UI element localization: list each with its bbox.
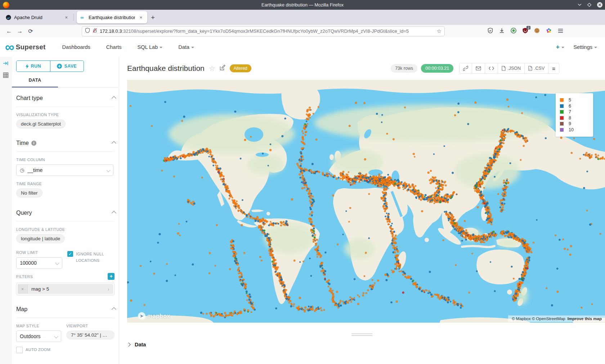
altered-badge[interactable]: Altered bbox=[230, 64, 251, 72]
legend-label: 5 bbox=[569, 97, 571, 103]
viewport-value[interactable]: 7° 35' 54.02" | 31... bbox=[66, 331, 115, 340]
map-attribution[interactable]: © Mapbox © OpenStreetMapImprove this map bbox=[508, 315, 605, 322]
svg-text:x: x bbox=[529, 68, 530, 70]
legend-label: 7 bbox=[569, 109, 571, 114]
nav-item-data[interactable]: Data bbox=[178, 44, 194, 50]
reload-button[interactable]: ⟳ bbox=[25, 28, 36, 35]
map-style-label: MAP STYLE bbox=[16, 324, 61, 328]
nav-item-sql-lab[interactable]: SQL Lab bbox=[138, 44, 163, 50]
legend-swatch bbox=[560, 110, 564, 114]
tab-data[interactable]: DATA bbox=[12, 78, 58, 87]
row-limit-select[interactable]: 100000 bbox=[16, 257, 62, 269]
new-item-button[interactable]: + bbox=[556, 44, 564, 51]
run-button[interactable]: RUN bbox=[17, 61, 50, 72]
add-filter-button[interactable]: + bbox=[108, 273, 115, 280]
expand-filter-icon[interactable]: › bbox=[104, 286, 113, 292]
resize-handle[interactable] bbox=[351, 332, 372, 337]
row-limit-label: ROW LIMIT bbox=[16, 250, 62, 255]
svg-text:∞: ∞ bbox=[80, 15, 84, 20]
minimize-icon[interactable] bbox=[577, 3, 582, 7]
chart-area: Earthquake distribution ☆ Altered 73k ro… bbox=[119, 57, 605, 364]
pinwheel-extension-icon[interactable] bbox=[546, 28, 552, 35]
collapse-panel-icon[interactable] bbox=[3, 61, 12, 67]
nav-item-charts[interactable]: Charts bbox=[106, 44, 122, 50]
insecure-lock-icon[interactable] bbox=[93, 28, 97, 35]
section-chart-type[interactable]: Chart type bbox=[16, 90, 115, 106]
legend-label: 8 bbox=[569, 115, 571, 120]
browser-toolbar: ← → ⟳ 172.18.0.3:32108/superset/explore/… bbox=[0, 25, 605, 38]
cookie-extension-icon[interactable] bbox=[534, 28, 540, 35]
viz-type-value[interactable]: deck.gl Scatterplot bbox=[16, 119, 66, 128]
section-time[interactable]: Timei bbox=[16, 135, 115, 151]
menu-icon[interactable] bbox=[558, 28, 563, 35]
tab-close-icon[interactable]: × bbox=[63, 14, 69, 21]
section-point-size[interactable]: Point Size bbox=[16, 360, 115, 364]
info-icon: i bbox=[31, 141, 36, 146]
embed-code-button[interactable] bbox=[485, 63, 498, 73]
improve-map-link[interactable]: Improve this map bbox=[568, 317, 602, 321]
filter-text: mag > 5 bbox=[28, 286, 104, 292]
settings-menu[interactable]: Settings bbox=[574, 44, 597, 50]
panel-tabs: DATA bbox=[12, 78, 119, 88]
time-range-value[interactable]: No filter bbox=[16, 188, 42, 197]
filter-chip[interactable]: × mag > 5 › bbox=[18, 284, 113, 294]
map-legend: 5678910 bbox=[556, 93, 593, 137]
lightning-icon bbox=[26, 64, 29, 69]
nav-item-dashboards[interactable]: Dashboards bbox=[62, 44, 90, 50]
auto-zoom-label: AUTO ZOOM bbox=[26, 347, 50, 353]
legend-swatch bbox=[560, 98, 564, 102]
time-column-select[interactable]: ◷ __time bbox=[16, 164, 113, 176]
deckgl-scatter-map[interactable]: 5678910 ➤ mapbox © Mapbox © OpenStreetMa… bbox=[127, 80, 605, 323]
auto-zoom-checkbox[interactable] bbox=[16, 347, 23, 353]
url-text[interactable]: 172.18.0.3:32108/superset/explore/?form_… bbox=[100, 28, 434, 34]
export-csv-button[interactable]: x .CSV bbox=[525, 63, 548, 73]
clock-icon: ◷ bbox=[20, 167, 24, 173]
privacy-extension-icon[interactable] bbox=[511, 28, 516, 35]
filters-label: FILTERS bbox=[16, 274, 33, 279]
ignore-null-checkbox[interactable]: ✓ bbox=[67, 251, 73, 257]
close-icon[interactable] bbox=[597, 2, 603, 8]
bookmark-star-icon[interactable]: ☆ bbox=[437, 28, 442, 35]
url-bar[interactable]: 172.18.0.3:32108/superset/explore/?form_… bbox=[82, 27, 444, 36]
mapbox-logo[interactable]: ➤ mapbox bbox=[138, 312, 170, 320]
favorite-star-icon[interactable]: ☆ bbox=[209, 64, 215, 73]
viewport-label: VIEWPORT bbox=[66, 324, 115, 328]
downloads-icon[interactable] bbox=[499, 28, 505, 35]
shield-icon[interactable] bbox=[85, 28, 90, 35]
ignore-null-label: IGNORE NULL LOCATIONS bbox=[76, 251, 111, 269]
save-button[interactable]: SAVE bbox=[50, 61, 84, 72]
section-map[interactable]: Map bbox=[16, 301, 115, 318]
chevron-down-icon bbox=[55, 261, 59, 265]
tab-separator bbox=[73, 14, 74, 21]
chevron-up-icon bbox=[112, 141, 116, 146]
chart-menu-button[interactable]: ≡ bbox=[548, 63, 559, 73]
chevron-up-icon bbox=[112, 307, 116, 312]
legend-swatch bbox=[560, 116, 564, 120]
datasource-grid-icon[interactable] bbox=[3, 72, 12, 79]
protections-shield-icon[interactable] bbox=[488, 28, 493, 35]
ublock-icon[interactable]: 2 bbox=[523, 28, 528, 35]
tab-apache-druid[interactable]: Apache Druid × bbox=[2, 11, 73, 23]
legend-entry: 9 bbox=[560, 121, 589, 127]
export-json-button[interactable]: .JSON bbox=[498, 63, 525, 73]
tab-close-icon[interactable]: × bbox=[138, 14, 144, 21]
data-panel-toggle[interactable]: Data bbox=[127, 342, 146, 347]
superset-logo[interactable]: ∞ Superset bbox=[5, 42, 46, 53]
edit-properties-icon[interactable] bbox=[220, 65, 225, 72]
section-query[interactable]: Query bbox=[16, 205, 115, 221]
map-style-select[interactable]: Outdoors bbox=[16, 331, 61, 342]
remove-filter-icon[interactable]: × bbox=[18, 284, 28, 294]
lonlat-value[interactable]: longitude | latitude bbox=[16, 234, 65, 243]
legend-entry: 6 bbox=[560, 103, 589, 109]
chevron-right-icon bbox=[126, 342, 130, 346]
share-link-button[interactable] bbox=[460, 63, 472, 73]
forward-button[interactable]: → bbox=[14, 28, 25, 35]
superset-logo-icon: ∞ bbox=[5, 42, 14, 53]
chevron-down-icon bbox=[106, 168, 110, 172]
back-button[interactable]: ← bbox=[4, 28, 14, 35]
maximize-icon[interactable] bbox=[587, 3, 592, 7]
new-tab-button[interactable]: + bbox=[151, 14, 155, 22]
tab-earthquake-distribution[interactable]: ∞ Earthquake distribution × bbox=[77, 11, 147, 23]
email-button[interactable] bbox=[472, 63, 485, 73]
caret-icon bbox=[191, 47, 194, 48]
